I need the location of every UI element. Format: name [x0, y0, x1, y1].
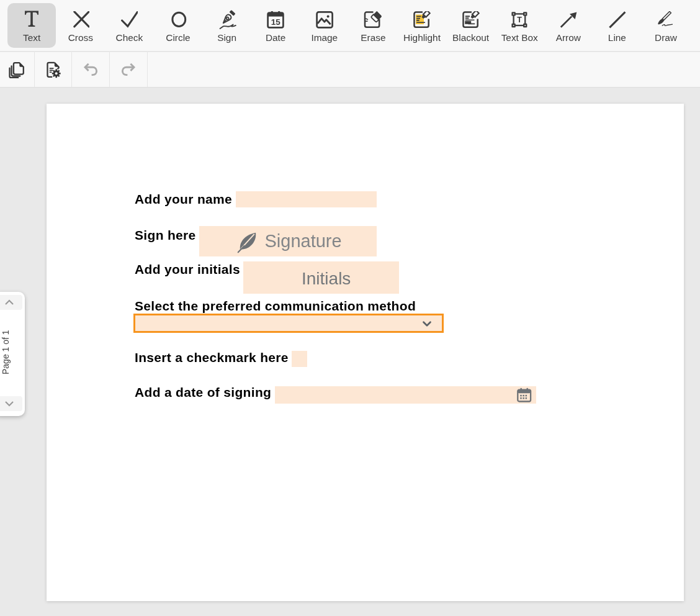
svg-text:T: T: [517, 16, 522, 24]
svg-text:15: 15: [271, 17, 281, 27]
